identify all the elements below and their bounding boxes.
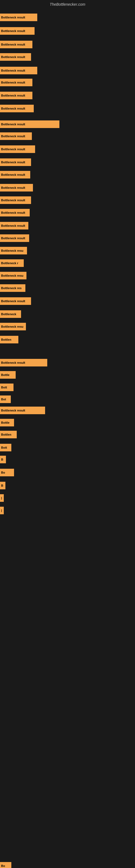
- bar-label-21: Bottleneck res: [1, 286, 21, 290]
- bottleneck-bar-22: Bottleneck result: [0, 297, 31, 305]
- bottleneck-bar-12: Bottleneck result: [0, 171, 30, 179]
- bottleneck-bar-15: Bottleneck result: [0, 209, 30, 216]
- bar-label-2: Bottleneck result: [1, 43, 25, 46]
- bottleneck-bar-21: Bottleneck res: [0, 284, 26, 292]
- bar-label-19: Bottleneck r: [1, 261, 18, 265]
- bottleneck-bar-2: Bottleneck result: [0, 41, 32, 48]
- bottleneck-bar-6: Bottleneck result: [0, 92, 32, 99]
- bar-label-12: Bottleneck result: [1, 173, 25, 176]
- bottleneck-bar-10: Bottleneck result: [0, 145, 35, 153]
- bar-row-21: Bottleneck res: [0, 284, 26, 292]
- bar-row-34: B: [0, 456, 6, 463]
- bottleneck-bar-38: |: [0, 507, 4, 514]
- bar-row-14: Bottleneck result: [0, 196, 31, 204]
- bar-row-39: Bo: [0, 862, 11, 868]
- bar-label-16: Bottleneck result: [1, 224, 25, 227]
- bar-row-0: Bottleneck result: [0, 13, 37, 21]
- bottleneck-bar-23: Bottleneck: [0, 310, 21, 318]
- bar-label-20: Bottleneck resu: [1, 274, 24, 277]
- bottleneck-bar-4: Bottleneck result: [0, 67, 37, 74]
- bar-label-4: Bottleneck result: [1, 69, 25, 72]
- bar-row-5: Bottleneck result: [0, 79, 32, 86]
- bar-label-9: Bottleneck result: [1, 134, 25, 138]
- bar-label-0: Bottleneck result: [1, 16, 25, 19]
- bar-label-31: Bottle: [1, 421, 9, 424]
- bar-row-35: Bo: [0, 469, 14, 476]
- bar-label-38: |: [1, 509, 2, 512]
- bar-label-13: Bottleneck result: [1, 186, 25, 189]
- bar-row-29: Bot: [0, 396, 11, 403]
- bar-row-22: Bottleneck result: [0, 297, 31, 305]
- bottleneck-bar-19: Bottleneck r: [0, 259, 24, 267]
- bar-label-32: Bottlen: [1, 433, 11, 436]
- bar-row-36: B: [0, 482, 5, 489]
- bar-row-9: Bottleneck result: [0, 132, 32, 140]
- bottleneck-bar-13: Bottleneck result: [0, 184, 33, 191]
- bar-row-8: Bottleneck result: [0, 120, 59, 128]
- bottleneck-bar-20: Bottleneck resu: [0, 272, 27, 279]
- bar-row-19: Bottleneck r: [0, 259, 24, 267]
- bottleneck-bar-24: Bottleneck resu: [0, 323, 26, 330]
- bar-row-1: Bottleneck result: [0, 27, 35, 35]
- bottleneck-bar-14: Bottleneck result: [0, 196, 31, 204]
- bar-row-17: Bottleneck result: [0, 235, 29, 242]
- bar-label-27: Bottle: [1, 373, 9, 376]
- bar-row-37: |: [0, 494, 4, 502]
- bottleneck-bar-36: B: [0, 482, 5, 489]
- bar-row-25: Bottlen: [0, 336, 18, 343]
- bar-label-28: Bott: [1, 386, 7, 389]
- bar-row-11: Bottleneck result: [0, 158, 31, 166]
- bottleneck-bar-32: Bottlen: [0, 431, 17, 438]
- bar-label-1: Bottleneck result: [1, 29, 25, 33]
- bar-label-37: |: [1, 496, 2, 500]
- bottleneck-bar-0: Bottleneck result: [0, 13, 37, 21]
- bar-row-18: Bottleneck resu: [0, 247, 27, 254]
- bottleneck-bar-16: Bottleneck result: [0, 222, 28, 229]
- bottleneck-bar-37: |: [0, 494, 4, 502]
- bottleneck-bar-8: Bottleneck result: [0, 120, 59, 128]
- bar-label-36: B: [1, 484, 3, 487]
- bar-label-26: Bottleneck result: [1, 361, 25, 364]
- bar-label-33: Bott: [1, 446, 7, 449]
- bottleneck-bar-33: Bott: [0, 444, 11, 452]
- bar-row-31: Bottle: [0, 419, 14, 426]
- bottleneck-bar-29: Bot: [0, 396, 11, 403]
- bottleneck-bar-31: Bottle: [0, 419, 14, 426]
- bar-label-11: Bottleneck result: [1, 161, 25, 164]
- bar-row-16: Bottleneck result: [0, 222, 28, 229]
- bar-row-33: Bott: [0, 444, 11, 452]
- bar-row-10: Bottleneck result: [0, 145, 35, 153]
- bottleneck-bar-28: Bott: [0, 383, 13, 391]
- bar-row-27: Bottle: [0, 371, 16, 379]
- bottleneck-bar-18: Bottleneck resu: [0, 247, 27, 254]
- bar-label-15: Bottleneck result: [1, 211, 25, 214]
- bar-row-4: Bottleneck result: [0, 67, 37, 74]
- bar-row-28: Bott: [0, 383, 13, 391]
- bar-row-12: Bottleneck result: [0, 171, 30, 179]
- bar-row-23: Bottleneck: [0, 310, 21, 318]
- bar-row-26: Bottleneck result: [0, 359, 47, 367]
- bar-row-2: Bottleneck result: [0, 41, 32, 48]
- bar-label-5: Bottleneck result: [1, 81, 25, 84]
- bar-label-14: Bottleneck result: [1, 198, 25, 202]
- bar-row-3: Bottleneck result: [0, 53, 31, 61]
- bottleneck-bar-35: Bo: [0, 469, 14, 476]
- bar-label-29: Bot: [1, 398, 6, 401]
- bar-row-20: Bottleneck resu: [0, 272, 27, 279]
- bottleneck-bar-5: Bottleneck result: [0, 79, 32, 86]
- bar-label-25: Bottlen: [1, 338, 11, 341]
- bar-row-30: Bottleneck result: [0, 407, 45, 414]
- bar-label-3: Bottleneck result: [1, 55, 25, 59]
- bottleneck-bar-3: Bottleneck result: [0, 53, 31, 61]
- bar-label-8: Bottleneck result: [1, 123, 25, 126]
- bottleneck-bar-9: Bottleneck result: [0, 132, 32, 140]
- bottleneck-bar-34: B: [0, 456, 6, 463]
- bottleneck-bar-1: Bottleneck result: [0, 27, 35, 35]
- bar-row-6: Bottleneck result: [0, 92, 32, 99]
- bar-label-6: Bottleneck result: [1, 94, 25, 97]
- bar-row-13: Bottleneck result: [0, 184, 33, 191]
- bar-label-30: Bottleneck result: [1, 409, 25, 412]
- bar-label-34: B: [1, 458, 3, 461]
- bar-label-17: Bottleneck result: [1, 237, 25, 240]
- bar-row-15: Bottleneck result: [0, 209, 30, 216]
